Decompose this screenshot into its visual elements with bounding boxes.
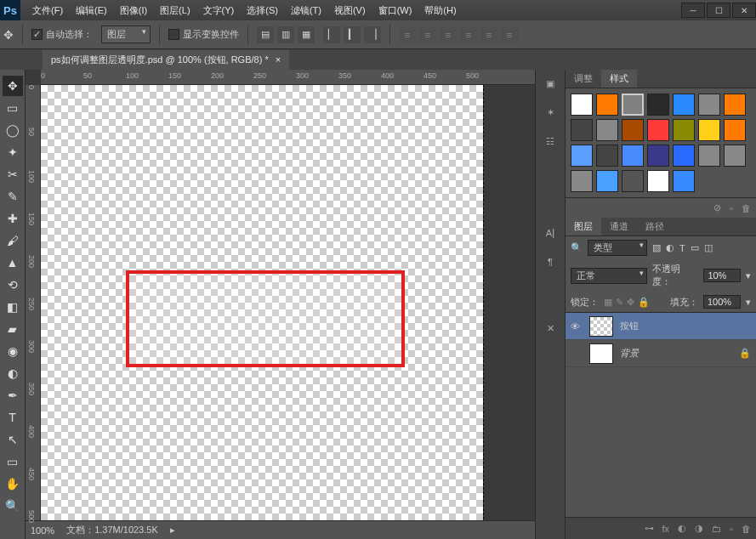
type-tool[interactable]: T [3, 407, 23, 428]
align-vcenter-icon[interactable]: ▥ [277, 26, 294, 43]
layer-fx-icon[interactable]: fx [662, 524, 670, 534]
style-swatch[interactable] [622, 170, 644, 192]
style-swatch[interactable] [647, 119, 669, 141]
path-select-tool[interactable]: ↖ [3, 429, 23, 450]
style-swatch[interactable] [647, 145, 669, 167]
swatches-panel-icon[interactable]: ☷ [542, 133, 559, 150]
clear-style-icon[interactable]: ⊘ [713, 202, 721, 213]
style-swatch[interactable] [724, 119, 746, 141]
layer-row[interactable]: 背景 🔒 [566, 340, 756, 367]
layer-name[interactable]: 背景 [620, 347, 639, 360]
chevron-down-icon[interactable]: ▾ [746, 297, 751, 308]
style-swatch[interactable] [698, 145, 720, 167]
style-swatch[interactable] [724, 145, 746, 167]
properties-panel-icon[interactable]: ✕ [542, 320, 559, 337]
lasso-tool[interactable]: ◯ [3, 120, 23, 140]
link-layers-icon[interactable]: ⊶ [645, 523, 654, 534]
align-bottom-icon[interactable]: ▦ [298, 26, 315, 43]
history-panel-icon[interactable]: ▣ [542, 75, 559, 92]
stamp-tool[interactable]: ▲ [3, 252, 23, 273]
align-left-icon[interactable]: ▏ [323, 26, 340, 43]
adjustment-layer-icon[interactable]: ◑ [695, 523, 703, 534]
menu-image[interactable]: 图像(I) [115, 2, 152, 20]
blend-mode-dropdown[interactable]: 正常 [571, 268, 647, 284]
delete-style-icon[interactable]: 🗑 [742, 203, 751, 213]
filter-shape-icon[interactable]: ▭ [691, 242, 699, 253]
lock-transparency-icon[interactable]: ▦ [604, 297, 612, 308]
show-transform-check[interactable]: 显示变换控件 [168, 28, 239, 41]
checkbox-icon[interactable]: ✓ [31, 29, 43, 40]
menu-select[interactable]: 选择(S) [242, 2, 283, 20]
style-swatch[interactable] [571, 119, 593, 141]
menu-file[interactable]: 文件(F) [27, 2, 68, 20]
lock-position-icon[interactable]: ✥ [627, 297, 634, 308]
menu-type[interactable]: 文字(Y) [198, 2, 240, 20]
history-brush-tool[interactable]: ⟲ [3, 275, 23, 295]
close-tab-icon[interactable]: × [276, 54, 281, 65]
style-swatch[interactable] [673, 119, 695, 141]
tab-adjustments[interactable]: 调整 [566, 70, 601, 88]
zoom-level[interactable]: 100% [31, 525, 54, 536]
align-top-icon[interactable]: ▤ [257, 26, 274, 43]
minimize-button[interactable]: ─ [681, 3, 705, 18]
filter-kind-dropdown[interactable]: 类型 [588, 240, 647, 256]
style-swatch[interactable] [622, 94, 644, 116]
filter-pixel-icon[interactable]: ▧ [652, 242, 661, 253]
style-swatch[interactable] [571, 170, 593, 192]
chevron-down-icon[interactable]: ▾ [746, 270, 751, 281]
filter-smart-icon[interactable]: ◫ [704, 242, 713, 253]
brush-tool[interactable]: 🖌 [3, 230, 23, 251]
gradient-tool[interactable]: ▰ [3, 319, 23, 339]
marquee-tool[interactable]: ▭ [3, 98, 23, 118]
menu-help[interactable]: 帮助(H) [419, 2, 461, 20]
healing-tool[interactable]: ✚ [3, 208, 23, 229]
layer-mask-icon[interactable]: ◐ [678, 523, 686, 534]
style-swatch[interactable] [596, 94, 618, 116]
new-layer-icon[interactable]: ▫ [730, 524, 733, 534]
opacity-input[interactable]: 10% [703, 269, 741, 282]
crop-tool[interactable]: ✂ [3, 164, 23, 184]
tab-paths[interactable]: 路径 [637, 218, 673, 235]
filter-adjust-icon[interactable]: ◐ [666, 242, 674, 253]
style-swatch[interactable] [647, 94, 669, 116]
style-swatch[interactable] [571, 94, 593, 116]
blur-tool[interactable]: ◉ [3, 341, 23, 361]
lock-image-icon[interactable]: ✎ [616, 297, 623, 308]
menu-window[interactable]: 窗口(W) [373, 2, 418, 20]
align-hcenter-icon[interactable]: ▎ [344, 26, 361, 43]
style-swatch[interactable] [698, 119, 720, 141]
checkbox-icon[interactable] [168, 29, 179, 40]
fill-input[interactable]: 100% [703, 295, 741, 309]
document-tab[interactable]: ps如何调整图层透明度.psd @ 100% (按钮, RGB/8) * × [43, 50, 289, 70]
style-swatch[interactable] [571, 145, 593, 167]
zoom-tool[interactable]: 🔍 [3, 496, 23, 516]
maximize-button[interactable]: ☐ [707, 3, 730, 18]
canvas-viewport[interactable] [41, 85, 535, 520]
shape-tool[interactable]: ▭ [3, 451, 23, 472]
visibility-toggle[interactable]: 👁 [571, 321, 583, 332]
move-tool[interactable]: ✥ [3, 76, 23, 96]
menu-layer[interactable]: 图层(L) [155, 2, 195, 20]
style-swatch[interactable] [596, 119, 618, 141]
style-swatch[interactable] [647, 170, 669, 192]
group-icon[interactable]: 🗀 [712, 524, 721, 534]
hand-tool[interactable]: ✋ [3, 474, 23, 494]
menu-filter[interactable]: 滤镜(T) [286, 2, 327, 20]
color-panel-icon[interactable]: ✶ [542, 104, 559, 121]
dodge-tool[interactable]: ◐ [3, 363, 23, 383]
style-swatch[interactable] [724, 94, 746, 116]
menu-view[interactable]: 视图(V) [329, 2, 371, 20]
style-swatch[interactable] [596, 170, 618, 192]
paragraph-panel-icon[interactable]: ¶ [542, 253, 559, 270]
menu-edit[interactable]: 编辑(E) [71, 2, 112, 20]
selection-rectangle[interactable] [126, 270, 405, 367]
eraser-tool[interactable]: ◧ [3, 297, 23, 317]
eyedropper-tool[interactable]: ✎ [3, 186, 23, 207]
auto-select-target-dropdown[interactable]: 图层 [101, 26, 151, 43]
layer-thumbnail[interactable] [589, 343, 613, 364]
tab-styles[interactable]: 样式 [601, 70, 637, 88]
new-style-icon[interactable]: ▫ [730, 203, 733, 213]
style-swatch[interactable] [673, 145, 695, 167]
magic-wand-tool[interactable]: ✦ [3, 142, 23, 162]
character-panel-icon[interactable]: Aǀ [542, 224, 559, 241]
